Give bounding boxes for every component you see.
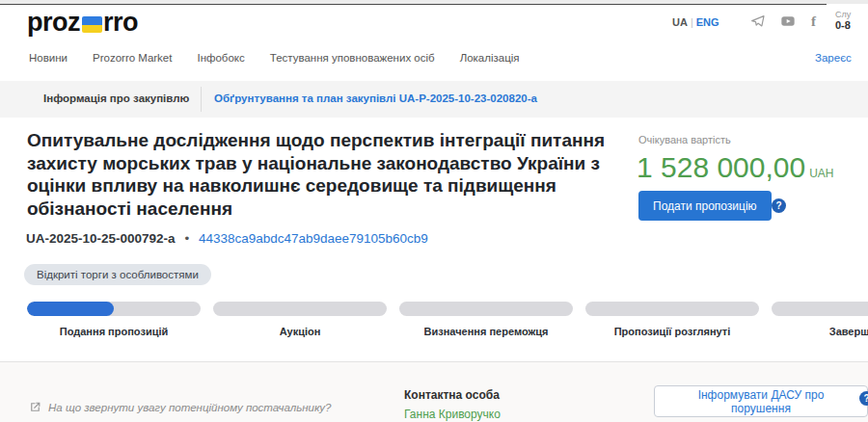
logo-text-right: rro <box>103 8 138 38</box>
supplier-hint-link[interactable]: На що звернути увагу потенційному постач… <box>29 401 332 413</box>
logo-text-left: proz <box>27 8 80 38</box>
window-top-border <box>0 4 827 5</box>
expected-value-label: Очікувана вартість <box>638 134 731 145</box>
support-contact[interactable]: Слу 0-8 <box>835 10 851 31</box>
id-separator-dot: • <box>184 231 189 246</box>
stage-progress-fill <box>27 302 114 316</box>
amount-currency: UAH <box>809 167 833 180</box>
nav-item-prozorro-market[interactable]: Prozorro Market <box>93 52 172 64</box>
help-icon[interactable]: ? <box>859 391 868 406</box>
prozorro-tender-page: { "colors": { "accent_blue": "#2a77d4", … <box>0 0 868 422</box>
nav-item-testing[interactable]: Тестування уповноважених осіб <box>270 52 435 64</box>
stage-progress-pill <box>27 302 201 316</box>
stage-label: Визначення переможця <box>399 326 573 337</box>
stage-completed: Завершена <box>772 302 868 337</box>
tab-tender-info[interactable]: Інформація про закупівлю <box>43 92 189 104</box>
support-phone: 0-8 <box>835 20 851 31</box>
nav-item-localization[interactable]: Локалізація <box>460 52 520 64</box>
stage-label: Пропозиції розглянуті <box>585 326 759 337</box>
stage-progress-pill <box>585 302 759 316</box>
tender-status-stepper: Подання пропозицій Аукціон Визначення пе… <box>27 302 868 337</box>
help-icon[interactable]: ? <box>772 198 786 213</box>
tab-divider <box>201 87 202 112</box>
stage-progress-pill <box>399 302 573 316</box>
contact-person-name[interactable]: Ганна Криворучко <box>404 408 501 421</box>
edit-icon <box>29 401 41 413</box>
prozorro-logo[interactable]: proz rro <box>27 8 138 38</box>
lang-eng[interactable]: ENG <box>696 16 719 28</box>
stage-submission: Подання пропозицій <box>27 302 201 337</box>
youtube-icon[interactable] <box>780 13 796 29</box>
amount-number: 1 528 000,00 <box>637 151 805 183</box>
stage-label: Аукціон <box>213 326 387 337</box>
lang-separator: | <box>691 16 693 28</box>
nav-item-news[interactable]: Новини <box>29 52 68 64</box>
stage-label: Подання пропозицій <box>27 326 201 337</box>
tender-title: Опитувальне дослідження щодо перспектив … <box>27 129 630 220</box>
procedure-type-badge: Відкриті торги з особливостями <box>24 264 211 285</box>
stage-progress-pill <box>213 302 387 316</box>
main-nav: Новини Prozorro Market Інфобокс Тестуван… <box>29 52 520 64</box>
stage-label: Завершена <box>772 326 868 337</box>
stage-winner: Визначення переможця <box>399 302 573 337</box>
contact-person-label: Контактна особа <box>404 388 500 402</box>
expected-value-amount: 1 528 000,00UAH <box>637 151 834 184</box>
tab-plan-link[interactable]: Обґрунтування та план закупівлі UA-P-202… <box>214 92 537 104</box>
tender-id: UA-2025-10-25-000792-a <box>26 231 176 246</box>
telegram-icon[interactable] <box>750 13 766 29</box>
stage-auction: Аукціон <box>213 302 387 337</box>
stage-proposals-reviewed: Пропозиції розглянуті <box>585 302 759 337</box>
tender-hash-link[interactable]: 44338ca9abdc47ab9daee79105b60cb9 <box>199 231 428 246</box>
lang-ua[interactable]: UA <box>672 16 688 28</box>
stage-progress-pill <box>772 302 868 316</box>
nav-item-infobox[interactable]: Інфобокс <box>197 52 244 64</box>
hint-text: На що звернути увагу потенційному постач… <box>48 402 332 413</box>
ukraine-flag-icon <box>82 16 102 33</box>
tender-id-row: UA-2025-10-25-000792-a • 44338ca9abdc47a… <box>26 231 428 246</box>
register-link[interactable]: Зареєс <box>815 52 852 64</box>
language-switcher: UA|ENG <box>672 16 719 28</box>
report-dasu-button[interactable]: Інформувати ДАСУ про порушення <box>654 385 868 417</box>
submit-proposal-button[interactable]: Подати пропозицію <box>638 191 772 221</box>
facebook-icon[interactable]: f <box>811 13 816 30</box>
